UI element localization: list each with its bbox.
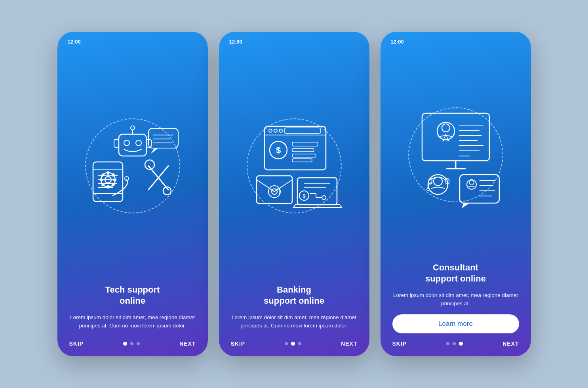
content-area-1: Tech support online Lorem ipsum dolor si…: [57, 284, 208, 340]
status-icons-2: [354, 39, 359, 45]
dashed-circle-2: [247, 118, 342, 213]
screen-title-1: Tech support online: [69, 284, 196, 307]
dot-3-3: [459, 342, 463, 346]
next-button-3[interactable]: NEXT: [502, 340, 519, 347]
nav-bar-1: SKIP NEXT: [57, 340, 208, 347]
nav-dots-3: [446, 342, 463, 346]
skip-button-3[interactable]: SKIP: [392, 340, 407, 347]
skip-button-2[interactable]: SKIP: [231, 340, 245, 347]
nav-dots-2: [285, 342, 301, 346]
next-button-2[interactable]: NEXT: [341, 340, 357, 347]
status-bar-1: 12:00: [57, 39, 208, 45]
next-button-1[interactable]: NEXT: [179, 340, 196, 347]
dot-2-2: [291, 342, 295, 346]
content-area-2: Banking support online Lorem ipsum dolor…: [219, 284, 369, 340]
dot-2-3: [298, 342, 301, 345]
screen-desc-2: Lorem ipsum dolor sit dim amet, mea regi…: [231, 313, 358, 330]
dashed-circle-1: [85, 118, 180, 213]
phone-screen-2: 12:00: [219, 32, 369, 356]
time-3: 12:00: [391, 39, 404, 45]
screens-container: 12:00: [57, 32, 531, 356]
status-icons-1: [193, 39, 198, 45]
status-icons-3: [516, 39, 521, 45]
time-2: 12:00: [229, 39, 242, 45]
phone-screen-3: 12:00: [381, 32, 531, 356]
dot-2-1: [285, 342, 288, 345]
dot-1-2: [130, 342, 133, 345]
nav-dots-1: [123, 342, 140, 346]
illustration-1: [57, 52, 208, 280]
dot-3-1: [446, 342, 449, 345]
dot-1-1: [123, 342, 127, 346]
dot-1-3: [137, 342, 140, 345]
screen-title-3: Consultant support online: [392, 262, 519, 285]
nav-bar-3: SKIP NEXT: [381, 340, 531, 347]
status-bar-2: 12:00: [219, 39, 369, 45]
status-bar-3: 12:00: [381, 39, 531, 45]
time-1: 12:00: [68, 39, 81, 45]
skip-button-1[interactable]: SKIP: [69, 340, 84, 347]
screen-desc-3: Lorem ipsum dolor sit dim amet, mea regi…: [392, 291, 519, 308]
screen-title-2: Banking support online: [231, 284, 358, 307]
content-area-3: Consultant support online Lorem ipsum do…: [381, 262, 531, 340]
screen-desc-1: Lorem ipsum dolor sit dim amet, mea regi…: [69, 313, 196, 330]
dashed-circle-3: [408, 107, 503, 202]
nav-bar-2: SKIP NEXT: [219, 340, 369, 347]
illustration-3: [381, 52, 531, 258]
learn-more-button[interactable]: Learn more: [392, 314, 519, 333]
dot-3-2: [453, 342, 456, 345]
illustration-2: $: [219, 52, 369, 280]
phone-screen-1: 12:00: [57, 32, 208, 356]
